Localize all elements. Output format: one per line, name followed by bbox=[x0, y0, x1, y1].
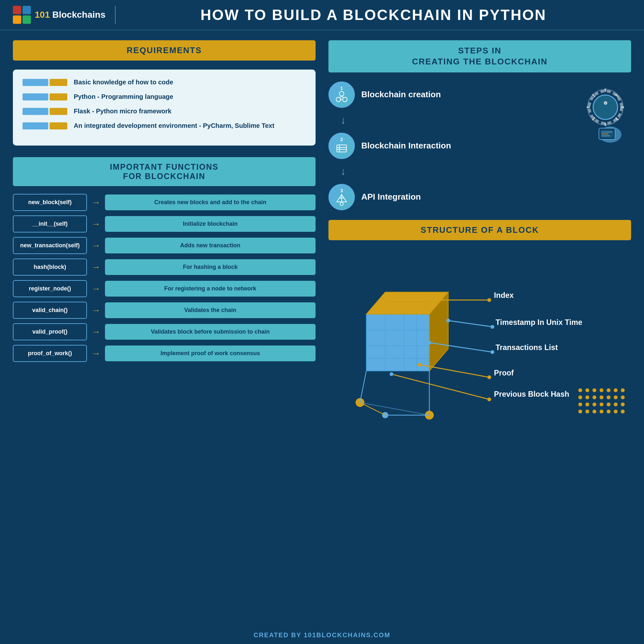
svg-point-54 bbox=[418, 363, 422, 366]
svg-point-55 bbox=[488, 375, 491, 379]
svg-point-1 bbox=[336, 97, 341, 102]
req-item-2: Python - Programming language bbox=[23, 93, 306, 100]
func-name-2: new_transaction(self) bbox=[13, 237, 87, 254]
func-item-5: valid_chain() → Validates the chain bbox=[13, 302, 316, 319]
functions-title: IMPORTANT FUNCTIONS FOR BLOCKCHAIN bbox=[110, 162, 219, 181]
steps-header: STEPS IN CREATING THE BLOCKCHAIN bbox=[328, 40, 631, 72]
dot-pattern bbox=[578, 388, 625, 417]
func-item-0: new_block(self) → Creates new blocks and… bbox=[13, 194, 316, 211]
req-bar-2 bbox=[23, 93, 67, 100]
func-desc-2: Adds new transaction bbox=[105, 238, 316, 253]
svg-line-66 bbox=[360, 403, 429, 415]
blockchain-icon-1 bbox=[335, 90, 348, 103]
req-text-1: Basic knowledge of how to code bbox=[74, 79, 173, 86]
svg-line-53 bbox=[420, 365, 489, 377]
block-structure-diagram: Index Timestamp In Unix Time Transaction… bbox=[328, 249, 631, 436]
svg-point-51 bbox=[427, 341, 431, 345]
func-name-1: __init__(self) bbox=[13, 215, 87, 232]
func-item-7: proof_of_work() → Implement proof of wor… bbox=[13, 345, 316, 362]
svg-line-4 bbox=[342, 96, 343, 98]
logo-sq-yellow bbox=[13, 15, 21, 24]
func-item-3: hash(block) → For hashing a block bbox=[13, 259, 316, 276]
func-desc-3: For hashing a block bbox=[105, 259, 316, 275]
logo-sq-red bbox=[13, 6, 21, 14]
req-item-1: Basic knowledge of how to code bbox=[23, 79, 306, 86]
svg-point-58 bbox=[488, 397, 491, 401]
func-item-4: register_node() → For registering a node… bbox=[13, 280, 316, 297]
func-item-2: new_transaction(self) → Adds new transac… bbox=[13, 237, 316, 254]
req-item-3: Flask - Python micro framework bbox=[23, 108, 306, 115]
api-gear-area: ⚙ bbox=[580, 81, 631, 147]
left-panel: REQUIREMENTS Basic knowledge of how to c… bbox=[13, 40, 316, 436]
step-bubble-2: 2 bbox=[328, 133, 355, 159]
step-bubble-1: 1 bbox=[328, 81, 355, 108]
step-bubble-3: 3 bbox=[328, 184, 355, 210]
arrow-icon-1: → bbox=[91, 219, 100, 229]
func-desc-6: Validates block before submission to cha… bbox=[105, 324, 316, 340]
blockchain-icon-3 bbox=[335, 193, 348, 206]
svg-marker-34 bbox=[366, 314, 430, 371]
arrow-icon-3: → bbox=[91, 262, 100, 272]
arrow-icon-2: → bbox=[91, 241, 100, 251]
func-desc-0: Creates new blocks and add to the chain bbox=[105, 194, 316, 210]
func-desc-5: Validates the chain bbox=[105, 302, 316, 318]
req-item-4: An integrated development environment - … bbox=[23, 122, 306, 129]
step-label-1: Blockchain creation bbox=[361, 90, 441, 99]
gear-svg: ⚙ bbox=[580, 81, 631, 146]
svg-point-2 bbox=[343, 97, 347, 102]
func-desc-7: Implement proof of work consensus bbox=[105, 346, 316, 361]
step-row-2: 2 Blockchain Interaction bbox=[328, 133, 570, 159]
func-desc-1: Initialize blockchain bbox=[105, 216, 316, 232]
svg-line-23 bbox=[592, 94, 595, 97]
svg-text:Proof: Proof bbox=[494, 368, 514, 377]
svg-line-62 bbox=[360, 371, 366, 403]
func-name-6: valid_proof() bbox=[13, 323, 87, 340]
req-bar-4 bbox=[23, 122, 67, 129]
func-item-1: __init__(self) → Initialize blockchain bbox=[13, 215, 316, 232]
logo-sq-blue bbox=[23, 6, 31, 14]
arrow-icon-5: → bbox=[91, 305, 100, 316]
svg-point-18 bbox=[593, 95, 618, 119]
right-panel: STEPS IN CREATING THE BLOCKCHAIN 1 bbox=[328, 40, 631, 436]
svg-point-0 bbox=[339, 91, 344, 96]
func-name-3: hash(block) bbox=[13, 259, 87, 276]
arrow-icon-4: → bbox=[91, 284, 100, 294]
svg-point-48 bbox=[446, 318, 450, 322]
func-name-0: new_block(self) bbox=[13, 194, 87, 211]
svg-text:⚙: ⚙ bbox=[603, 100, 608, 106]
func-item-6: valid_proof() → Validates block before s… bbox=[13, 323, 316, 340]
req-text-3: Flask - Python micro framework bbox=[74, 108, 171, 115]
arrow-icon-6: → bbox=[91, 327, 100, 337]
header: 101 Blockchains HOW TO BUILD A BLOCKCHAI… bbox=[0, 0, 644, 31]
steps-list: 1 Blockchain creation ↓ bbox=[328, 81, 570, 210]
arrow-icon-7: → bbox=[91, 348, 100, 359]
req-text-2: Python - Programming language bbox=[74, 93, 173, 100]
func-name-5: valid_chain() bbox=[13, 302, 87, 319]
page-title: HOW TO BUILD A BLOCKCHAIN IN PYTHON bbox=[116, 6, 631, 24]
func-name-7: proof_of_work() bbox=[13, 345, 87, 362]
step-arrow-2: ↓ bbox=[341, 166, 570, 177]
logo-area: 101 Blockchains bbox=[13, 6, 116, 24]
logo-text: 101 Blockchains bbox=[35, 10, 105, 20]
func-name-4: register_node() bbox=[13, 280, 87, 297]
func-desc-4: For registering a node to network bbox=[105, 281, 316, 297]
step-row-1: 1 Blockchain creation bbox=[328, 81, 570, 108]
logo-sq-green bbox=[23, 15, 31, 24]
blockchain-icon-2 bbox=[335, 142, 348, 155]
req-bar-1 bbox=[23, 79, 67, 86]
requirements-header: REQUIREMENTS bbox=[13, 40, 316, 61]
step-label-2: Blockchain Interaction bbox=[361, 141, 451, 151]
svg-point-46 bbox=[488, 298, 491, 302]
requirements-box: Basic knowledge of how to code Python - … bbox=[13, 70, 316, 146]
step-label-3: API Integration bbox=[361, 192, 421, 202]
svg-line-56 bbox=[392, 374, 489, 399]
footer: CREATED BY 101BLOCKCHAINS.COM bbox=[0, 631, 644, 639]
svg-rect-6 bbox=[337, 145, 346, 152]
svg-text:Index: Index bbox=[494, 291, 514, 299]
req-text-4: An integrated development environment - … bbox=[74, 122, 274, 129]
step-arrow-1: ↓ bbox=[341, 114, 570, 126]
svg-point-57 bbox=[390, 372, 393, 376]
steps-line1: STEPS IN bbox=[458, 46, 501, 55]
arrow-icon-0: → bbox=[91, 197, 100, 208]
steps-line2: CREATING THE BLOCKCHAIN bbox=[412, 57, 547, 66]
